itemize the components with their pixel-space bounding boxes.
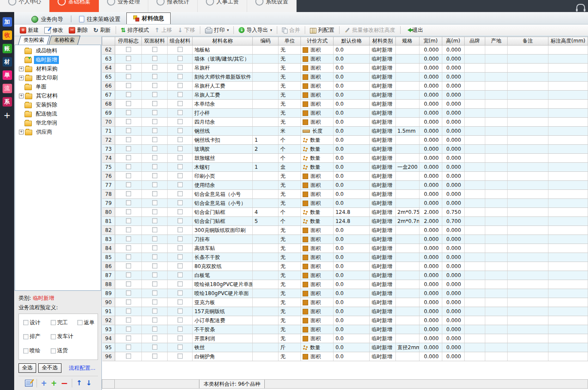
tree-item-图文印刷[interactable]: 图文印刷	[15, 73, 101, 82]
checkbox[interactable]	[126, 74, 131, 79]
column-header-组合材料[interactable]: 组合材料	[168, 37, 193, 46]
panel-tab-名称检索[interactable]: 名称检索	[49, 36, 80, 45]
checkbox[interactable]	[178, 182, 183, 187]
checkbox[interactable]	[152, 137, 157, 142]
column-header-宽(m)[interactable]: 宽(m)	[419, 37, 442, 46]
checkbox[interactable]	[126, 317, 131, 323]
checkbox[interactable]	[152, 92, 157, 97]
table-row[interactable]: 63墙体（玻璃/建筑/其它）无面积0.0临时新增0.0000.000	[102, 55, 588, 64]
checkbox[interactable]	[178, 263, 183, 268]
checkbox[interactable]	[152, 218, 157, 223]
checkbox[interactable]	[126, 326, 131, 332]
checkbox[interactable]	[178, 218, 183, 223]
headset-icon[interactable]	[576, 4, 585, 10]
tree-item-材料采购[interactable]: 材料采购	[15, 64, 101, 73]
checkbox[interactable]	[178, 92, 183, 97]
column-header-高(m)[interactable]: 高(m)	[442, 37, 464, 46]
checkbox[interactable]	[126, 353, 131, 359]
checkbox[interactable]	[178, 227, 183, 232]
table-row[interactable]: 69打小样无面积0.0临时新增0.0000.000	[102, 109, 588, 118]
table-row[interactable]: 90亚克力板无面积0.0临时新增0.0000.000	[102, 298, 588, 307]
checkbox[interactable]	[152, 245, 157, 250]
checkbox[interactable]	[126, 209, 131, 214]
checkbox[interactable]	[126, 290, 131, 296]
checkbox[interactable]	[152, 155, 157, 160]
column-header-产地[interactable]: 产地	[485, 37, 507, 46]
checkbox[interactable]	[152, 335, 157, 341]
rail-button-流[interactable]: 流	[3, 84, 12, 93]
checkbox[interactable]	[126, 245, 131, 250]
toolbar-button-删除[interactable]: 删除	[67, 26, 90, 35]
checkbox[interactable]	[178, 137, 183, 142]
checkbox[interactable]	[126, 218, 131, 223]
column-header-编码[interactable]: 编码	[253, 37, 279, 46]
checkbox[interactable]	[178, 146, 183, 151]
toolbar-button-新建[interactable]: 新建	[18, 26, 41, 35]
checkbox[interactable]	[178, 281, 183, 286]
checkbox[interactable]	[178, 128, 183, 133]
checkbox[interactable]	[152, 65, 157, 70]
tree-item-单面[interactable]: 单面	[15, 82, 101, 91]
checkbox[interactable]	[152, 110, 157, 115]
move-down-icon[interactable]	[86, 379, 92, 387]
checkbox[interactable]	[178, 344, 183, 350]
checkbox[interactable]	[178, 299, 183, 305]
checkbox[interactable]	[152, 254, 157, 259]
nav-tab-人事工资[interactable]: 人事工资	[198, 0, 247, 12]
table-row[interactable]: 84高级车贴无面积0.0临时新增0.0000.000	[102, 244, 588, 253]
checkbox[interactable]	[51, 334, 56, 339]
checkbox[interactable]	[126, 227, 131, 232]
column-header-材料类别[interactable]: 材料类别	[370, 37, 395, 46]
checkbox[interactable]	[152, 74, 157, 79]
table-row[interactable]: 62地板帖无面积0.0临时新增0.0000.000	[102, 46, 588, 55]
checkbox[interactable]	[126, 137, 131, 142]
rail-button-账[interactable]: 账	[3, 44, 12, 53]
checkbox[interactable]	[178, 326, 183, 332]
checkbox[interactable]	[152, 236, 157, 241]
checkbox[interactable]	[178, 290, 183, 296]
column-header-品牌[interactable]: 品牌	[464, 37, 485, 46]
checkbox[interactable]	[23, 334, 28, 339]
table-row[interactable]: 67吊旗人工费无面积0.0临时新增0.0000.000	[102, 91, 588, 100]
table-row[interactable]: 8680克双胶纸无面积0.0临时新增0.0000.000	[102, 262, 588, 271]
table-row[interactable]: 71钢丝线米长度0.0临时新增1.5mm0.0000.000	[102, 127, 588, 136]
rail-button-材[interactable]: 材	[3, 57, 12, 67]
checkbox[interactable]	[152, 47, 157, 52]
checkbox[interactable]	[126, 200, 131, 205]
column-header-rownum[interactable]	[102, 37, 115, 46]
checkbox[interactable]	[126, 47, 131, 52]
checkbox[interactable]	[51, 348, 56, 353]
table-row[interactable]: 65刻绘大师软件最新版软件无面积0.0临时新增0.0000.000	[102, 73, 588, 82]
checkbox[interactable]	[178, 200, 183, 205]
tree-item-其它材料[interactable]: 其它材料	[15, 91, 101, 101]
table-row[interactable]: 87白板笔无面积0.0临时新增0.0000.000	[102, 271, 588, 280]
column-header-计价方式[interactable]: 计价方式	[301, 37, 334, 46]
checkbox[interactable]	[126, 65, 131, 70]
checkbox[interactable]	[126, 164, 131, 169]
table-row[interactable]: 64吊旗杆无面积0.0临时新增0.0000.000	[102, 64, 588, 73]
checkbox[interactable]	[126, 128, 131, 133]
toolbar-button-退出[interactable]: 退出	[403, 26, 426, 35]
table-row[interactable]: 76印刷小页无面积0.0临时新增0.0000.000	[102, 172, 588, 181]
checkbox[interactable]	[126, 191, 131, 196]
checkbox[interactable]	[152, 191, 157, 196]
checkbox[interactable]	[152, 200, 157, 205]
checkbox[interactable]	[152, 308, 157, 314]
nav-tab-基础档案[interactable]: 基础档案	[49, 0, 99, 12]
table-row[interactable]: 96白钢护角无面积0.0临时新增0.0000.000	[102, 352, 588, 361]
checkbox[interactable]	[126, 281, 131, 286]
rail-button-加[interactable]: 加	[3, 17, 12, 27]
checkbox[interactable]	[178, 245, 183, 250]
checkbox[interactable]	[126, 173, 131, 178]
checkbox[interactable]	[126, 236, 131, 241]
checkbox[interactable]	[178, 164, 183, 169]
flow-config-link[interactable]: 流程配置...	[69, 365, 95, 372]
checkbox[interactable]	[152, 299, 157, 305]
table-row[interactable]: 79铝合金意见箱（小号）无面积0.0临时新增0.0000.000	[102, 199, 588, 208]
checkbox[interactable]	[178, 173, 183, 178]
column-header-停用标志[interactable]: 停用标志	[115, 37, 142, 46]
doc-tab-业务向导[interactable]: 业务向导	[25, 14, 69, 24]
checkbox[interactable]	[126, 263, 131, 268]
tree-item-供应商[interactable]: 供应商	[15, 128, 101, 137]
checkbox[interactable]	[126, 155, 131, 160]
